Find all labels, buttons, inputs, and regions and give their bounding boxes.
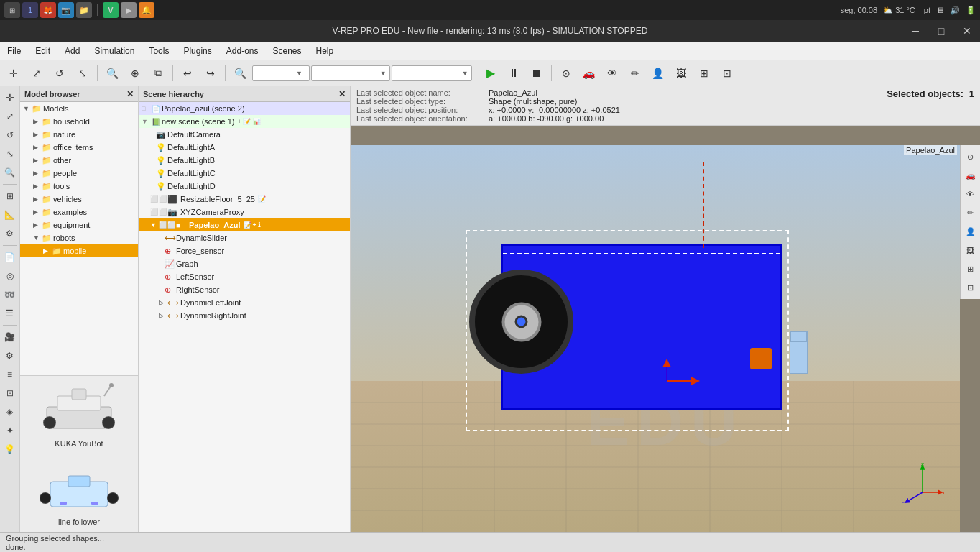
tree-item-robots[interactable]: ▼ 📁 robots <box>20 231 138 244</box>
tree-item-office[interactable]: ▶ 📁 office items <box>20 141 138 154</box>
menu-help[interactable]: Help <box>309 42 341 60</box>
xyz-vis[interactable]: ⬜ <box>150 208 157 216</box>
vp-view1[interactable]: ⊙ <box>962 148 979 165</box>
accurate-dropdown[interactable]: Accurate (default) ▼ <box>311 65 390 81</box>
dynamic-slider-item[interactable]: ⟷ DynamicSlider <box>139 231 350 244</box>
view-btn3[interactable]: 👁 <box>601 63 623 83</box>
play-button[interactable]: ▶ <box>480 63 501 83</box>
view-btn6[interactable]: 🖼 <box>670 63 692 83</box>
dlj-expand[interactable]: ▷ <box>159 299 166 306</box>
view-btn8[interactable]: ⊡ <box>716 63 738 83</box>
sidebar-scale-icon[interactable]: ⤡ <box>1 145 19 162</box>
menu-add[interactable]: Add <box>57 42 87 60</box>
sidebar-move-icon[interactable]: ✦ <box>1 422 19 439</box>
dynamic-left-joint-item[interactable]: ▷ ⟷ DynamicLeftJoint <box>139 296 350 309</box>
tree-item-household[interactable]: ▶ 📁 household <box>20 115 138 128</box>
translate-tool-button[interactable]: ⤢ <box>26 63 47 83</box>
drj-expand[interactable]: ▷ <box>159 312 166 319</box>
workspace-1[interactable]: 1 <box>22 2 38 18</box>
menu-plugins[interactable]: Plugins <box>176 42 218 60</box>
scene-hierarchy-close[interactable]: ✕ <box>338 89 346 99</box>
tree-item-equipment[interactable]: ▶ 📁 equipment <box>20 218 138 231</box>
tree-item-tools[interactable]: ▶ 📁 tools <box>20 180 138 193</box>
vp-view2[interactable]: 🚗 <box>962 167 979 184</box>
xyz-collidable[interactable]: ⬜ <box>159 208 166 216</box>
sidebar-snap-icon[interactable]: ⊞ <box>1 188 19 205</box>
scene2-item[interactable]: □ 📄 Papelao_azul (scene 2) <box>139 102 350 115</box>
papelao-action[interactable]: + <box>253 221 256 229</box>
minimize-button[interactable]: ─ <box>902 20 928 42</box>
vp-view5[interactable]: 👤 <box>962 223 979 240</box>
pause-button[interactable]: ⏸ <box>503 63 524 83</box>
view-btn4[interactable]: ✏ <box>624 63 646 83</box>
group-button[interactable]: ⧉ <box>147 63 169 83</box>
scene1-item[interactable]: ▼ 📗 new scene (scene 1) + 📝 📊 <box>139 115 350 128</box>
default-light-d-item[interactable]: 💡 DefaultLightD <box>139 180 350 193</box>
firefox-icon[interactable]: 🦊 <box>40 2 56 18</box>
force-sensor-item[interactable]: ⊕ Force_sensor <box>139 244 350 257</box>
stop-button[interactable]: ⏹ <box>526 63 547 83</box>
dynamic-right-joint-item[interactable]: ▷ ⟷ DynamicRightJoint <box>139 309 350 322</box>
menu-scenes[interactable]: Scenes <box>266 42 309 60</box>
floor-item[interactable]: ⬜ ⬜ ⬛ ResizableFloor_5_25 📝 <box>139 193 350 206</box>
papelao-expand[interactable]: ▼ <box>150 221 157 229</box>
sidebar-obj-icon[interactable]: ◈ <box>1 403 19 420</box>
papelao-azul-item[interactable]: ▼ ⬜ ⬜ ■ Papelao_Azul 📝 + ℹ <box>139 218 350 231</box>
menu-tools[interactable]: Tools <box>142 42 176 60</box>
vp-view4[interactable]: ✏ <box>962 204 979 221</box>
menu-simulation[interactable]: Simulation <box>87 42 142 60</box>
select-tool-button[interactable]: ✛ <box>3 63 24 83</box>
maximize-button[interactable]: □ <box>928 20 954 42</box>
floor-vis-toggle[interactable]: ⬜ <box>150 196 157 203</box>
papelao-info[interactable]: ℹ <box>258 221 260 229</box>
tree-item-people[interactable]: ▶ 📁 people <box>20 167 138 180</box>
sidebar-camera-icon[interactable]: 🎥 <box>1 328 19 346</box>
tree-item-mobile[interactable]: ▶ 📁 mobile <box>20 244 138 257</box>
xyz-camera-item[interactable]: ⬜ ⬜ 📷 XYZCameraProxy <box>139 206 350 218</box>
undo-button[interactable]: ↩ <box>177 63 198 83</box>
physics-dropdown[interactable]: Bullet 2.78 ▼ <box>252 65 310 81</box>
sidebar-settings-icon[interactable]: ⚙ <box>1 347 19 364</box>
apps-btn[interactable]: ⊞ <box>4 2 20 18</box>
tree-item-vehicles[interactable]: ▶ 📁 vehicles <box>20 193 138 206</box>
sidebar-select-icon[interactable]: ✛ <box>1 89 19 106</box>
sidebar-pan-icon[interactable]: ⤢ <box>1 108 19 125</box>
view-btn1[interactable]: ⊙ <box>555 63 577 83</box>
menu-file[interactable]: File <box>0 42 28 60</box>
sidebar-measure-icon[interactable]: 📐 <box>1 206 19 224</box>
menu-addons[interactable]: Add-ons <box>219 42 266 60</box>
vp-view8[interactable]: ⊡ <box>962 279 979 296</box>
tree-item-other[interactable]: ▶ 📁 other <box>20 154 138 167</box>
graph-item[interactable]: 📈 Graph <box>139 257 350 270</box>
floor-collidable[interactable]: ⬜ <box>159 196 166 203</box>
add-object-button[interactable]: ⊕ <box>124 63 146 83</box>
default-light-c-item[interactable]: 💡 DefaultLightC <box>139 167 350 180</box>
sidebar-misc-icon[interactable]: ≡ <box>1 366 19 383</box>
vp-view6[interactable]: 🖼 <box>962 242 979 259</box>
dt-dropdown[interactable]: dt=50 ms (default) ▼ <box>392 65 472 81</box>
files-icon[interactable]: 📁 <box>76 2 92 18</box>
scale-tool-button[interactable]: ⤡ <box>72 63 93 83</box>
redo-button[interactable]: ↪ <box>200 63 221 83</box>
zoom-tool-button[interactable]: 🔍 <box>101 63 123 83</box>
sidebar-light-icon[interactable]: 💡 <box>1 441 19 458</box>
model-browser-close[interactable]: ✕ <box>126 89 134 99</box>
tree-root-models[interactable]: ▼ 📁 Models <box>20 102 138 115</box>
search-button[interactable]: 🔍 <box>229 63 251 83</box>
default-light-b-item[interactable]: 💡 DefaultLightB <box>139 154 350 167</box>
sidebar-sensor-icon[interactable]: ◎ <box>1 267 19 285</box>
sidebar-path-icon[interactable]: ➿ <box>1 286 19 303</box>
default-camera-item[interactable]: 📷 DefaultCamera <box>139 128 350 141</box>
notifications-icon[interactable]: 🔔 <box>139 2 154 18</box>
view-btn2[interactable]: 🚗 <box>578 63 600 83</box>
close-button[interactable]: ✕ <box>954 20 980 42</box>
tree-item-examples[interactable]: ▶ 📁 examples <box>20 206 138 218</box>
sidebar-rotate-icon[interactable]: ↺ <box>1 126 19 144</box>
view-btn5[interactable]: 👤 <box>647 63 669 83</box>
papelao-vis[interactable]: ⬜ <box>159 221 166 229</box>
vrep-icon[interactable]: V <box>103 2 119 18</box>
view-btn7[interactable]: ⊞ <box>693 63 715 83</box>
tree-item-nature[interactable]: ▶ 📁 nature <box>20 128 138 141</box>
menu-edit[interactable]: Edit <box>28 42 57 60</box>
vp-view3[interactable]: 👁 <box>962 185 979 203</box>
